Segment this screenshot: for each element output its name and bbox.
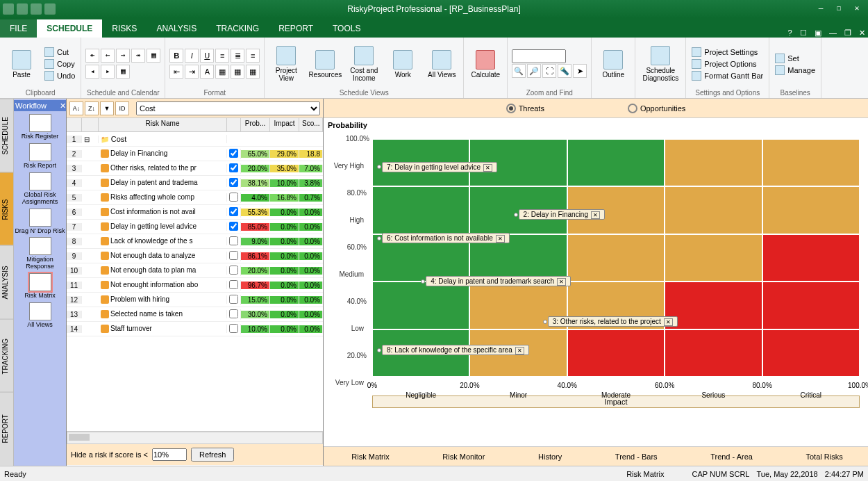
cascade-icon[interactable]: ▣: [815, 28, 821, 37]
nav-last-icon[interactable]: ↠: [131, 49, 145, 63]
workflow-item-risk-matrix[interactable]: Risk Matrix: [14, 273, 66, 300]
close-button[interactable]: ✕: [849, 3, 865, 15]
maximize-button[interactable]: ☐: [831, 3, 847, 15]
risk-callout[interactable]: 6: Cost information is not available✕: [382, 233, 510, 243]
color-button[interactable]: ▦: [215, 65, 229, 79]
workflow-item-all-views[interactable]: All Views: [14, 302, 66, 329]
callout-close-icon[interactable]: ✕: [483, 164, 492, 172]
nav-cal-icon[interactable]: ▦: [147, 49, 160, 63]
zoom-in-icon[interactable]: 🔍: [512, 64, 526, 78]
risk-callout[interactable]: 7: Delay in getting level advice✕: [382, 162, 497, 172]
font-button[interactable]: A: [200, 65, 214, 79]
window-icon[interactable]: ☐: [800, 28, 807, 37]
tab-analysis[interactable]: ANALYSIS: [147, 19, 206, 38]
work-button[interactable]: Work: [385, 42, 420, 85]
project-settings-button[interactable]: Project Settings: [690, 47, 765, 58]
format-gantt-button[interactable]: Format Gantt Bar: [690, 70, 765, 81]
callout-close-icon[interactable]: ✕: [591, 211, 600, 219]
view-tab-risk-monitor[interactable]: Risk Monitor: [440, 453, 485, 461]
goto-task-input[interactable]: [512, 49, 566, 63]
tab-tools[interactable]: TOOLS: [323, 19, 370, 38]
matrix-cell[interactable]: [762, 282, 860, 329]
side-tab-risks[interactable]: RISKS: [0, 172, 13, 246]
workflow-item-global-risk-assignments[interactable]: Global Risk Assignments: [14, 172, 66, 206]
outline-button[interactable]: Outline: [596, 42, 631, 85]
col-risk-name[interactable]: Risk Name: [99, 118, 227, 131]
refresh-button[interactable]: Refresh: [191, 448, 235, 462]
qat-undo-icon[interactable]: [31, 3, 42, 15]
nav-grid-icon[interactable]: ▦: [116, 65, 130, 79]
nav-first-icon[interactable]: ↞: [85, 49, 99, 63]
table-row[interactable]: 5Risks affecting whole comp4.0%16.8%0.7%: [67, 190, 323, 205]
table-row[interactable]: 7Delay in getting level advice85.0%0.0%0…: [67, 220, 323, 234]
matrix-cell[interactable]: [372, 282, 469, 329]
matrix-cell[interactable]: [372, 186, 469, 234]
matrix-cell[interactable]: [762, 139, 860, 186]
col-score[interactable]: Sco...: [299, 118, 323, 131]
workflow-item-drag-n-drop-risk[interactable]: Drag N' Drop Risk: [14, 209, 66, 235]
risk-checkbox[interactable]: [229, 309, 238, 318]
table-row[interactable]: 13Selected name is taken30.0%0.0%0.0%: [67, 307, 323, 322]
cut-button[interactable]: Cut: [43, 47, 76, 58]
risk-checkbox[interactable]: [229, 295, 238, 304]
callout-close-icon[interactable]: ✕: [515, 347, 524, 354]
mode-threats[interactable]: Threats: [506, 104, 544, 113]
nav-prev-icon[interactable]: ←: [101, 49, 115, 63]
qat-save-icon[interactable]: [17, 3, 28, 15]
risk-callout[interactable]: 3: Other risks, related to the project✕: [548, 316, 678, 327]
table-row[interactable]: 9Not enough data to analyze86.1%0.0%0.0%: [67, 249, 323, 263]
child-close-icon[interactable]: ✕: [859, 28, 865, 37]
hide-score-input[interactable]: [152, 448, 187, 461]
zoom-fit-icon[interactable]: ⛶: [542, 64, 556, 78]
col-prob[interactable]: Prob...: [241, 118, 270, 131]
matrix-cell[interactable]: [567, 234, 665, 282]
calculate-button[interactable]: Calculate: [468, 42, 503, 85]
help-icon[interactable]: ?: [788, 28, 792, 37]
view-tab-total-risks[interactable]: Total Risks: [803, 453, 842, 461]
project-view-button[interactable]: Project View: [269, 42, 303, 85]
workflow-item-mitigation-response[interactable]: Mitigation Response: [14, 237, 66, 270]
grid-body[interactable]: 1 ⊟ 📁 Cost 2Delay in Financing65.0%29.0%…: [67, 132, 323, 431]
view-tab-trend-bars[interactable]: Trend - Bars: [612, 453, 658, 461]
matrix-cell[interactable]: [762, 186, 860, 234]
category-select[interactable]: Cost: [136, 101, 320, 115]
nav-left-icon[interactable]: ◂: [85, 65, 99, 79]
indent-in-button[interactable]: ⇥: [185, 65, 199, 79]
matrix-cell[interactable]: [665, 139, 762, 186]
risk-checkbox[interactable]: [229, 178, 238, 187]
cost-income-button[interactable]: Cost and Income: [347, 42, 381, 85]
copy-button[interactable]: Copy: [43, 58, 76, 70]
risk-checkbox[interactable]: [229, 251, 238, 260]
set-baseline-button[interactable]: Set: [774, 53, 817, 64]
sort-desc-icon[interactable]: Z↓: [85, 101, 99, 115]
mode-opportunities[interactable]: Opportunities: [628, 104, 685, 113]
tab-report[interactable]: REPORT: [269, 19, 323, 38]
filter-icon[interactable]: ▼: [100, 101, 114, 115]
view-tab-trend-area[interactable]: Trend - Area: [708, 453, 753, 461]
table-row[interactable]: 2Delay in Financing65.0%29.0%18.8: [67, 147, 323, 161]
manage-baseline-button[interactable]: Manage: [774, 65, 817, 76]
view-tab-history[interactable]: History: [535, 453, 562, 461]
bold-button[interactable]: B: [169, 49, 183, 63]
matrix-cell[interactable]: [762, 234, 860, 282]
nav-right-icon[interactable]: ▸: [101, 65, 115, 79]
view-tab-risk-matrix[interactable]: Risk Matrix: [349, 453, 389, 461]
matrix-cell[interactable]: [567, 329, 665, 377]
side-tab-report[interactable]: REPORT: [0, 392, 13, 466]
nav-next-icon[interactable]: →: [116, 49, 130, 63]
risk-checkbox[interactable]: [229, 324, 238, 333]
matrix-cell[interactable]: [567, 139, 665, 186]
callout-close-icon[interactable]: ✕: [496, 235, 505, 243]
underline-button[interactable]: U: [200, 49, 214, 63]
risk-checkbox[interactable]: [229, 207, 238, 216]
risk-callout[interactable]: 4: Delay in patent and trademark search✕: [426, 276, 571, 286]
align-right-button[interactable]: ≡: [246, 49, 260, 63]
child-minimize-icon[interactable]: —: [829, 28, 837, 37]
align-left-button[interactable]: ≡: [215, 49, 229, 63]
find-icon[interactable]: 🔦: [558, 64, 571, 78]
undo-button[interactable]: Undo: [43, 70, 76, 81]
close-panel-icon[interactable]: ✕: [60, 101, 66, 111]
workflow-item-risk-report[interactable]: Risk Report: [14, 143, 66, 170]
matrix-cell[interactable]: [665, 234, 762, 282]
col-impact[interactable]: Impact: [270, 118, 299, 131]
